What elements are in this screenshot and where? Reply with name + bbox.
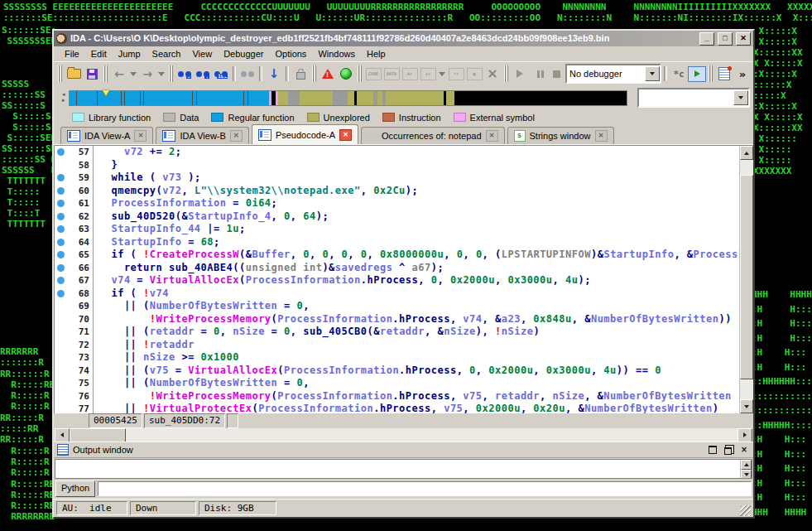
- debugger-select[interactable]: No debugger: [565, 64, 661, 84]
- make-string-button[interactable]: s+: [419, 65, 437, 82]
- tab-close-icon[interactable]: ×: [486, 130, 498, 142]
- make-array-button[interactable]: *+: [447, 65, 465, 82]
- python-selector-button[interactable]: Python: [55, 480, 95, 497]
- nav-position-marker[interactable]: [103, 90, 109, 96]
- jump-address-button[interactable]: ↓: [265, 65, 283, 82]
- menu-item-windows[interactable]: Windows: [312, 47, 361, 60]
- tab-ida-view-b[interactable]: IDA View-B×: [156, 127, 248, 144]
- scroll-down-button[interactable]: [740, 399, 753, 413]
- lock-button[interactable]: [291, 65, 310, 82]
- tab-pseudocode-a[interactable]: Pseudocode-A×: [252, 124, 358, 144]
- menu-item-search[interactable]: Search: [147, 47, 187, 60]
- search-next-button[interactable]: [238, 65, 257, 82]
- toolbar-grip[interactable]: [709, 65, 713, 82]
- output-log[interactable]: 425458: using guessed type wchar_t aSyst…: [55, 459, 752, 479]
- scroll-left-button[interactable]: [55, 428, 70, 442]
- code-line-57[interactable]: 57 v72 += 2;: [55, 146, 739, 159]
- menu-item-edit[interactable]: Edit: [85, 47, 113, 60]
- menu-item-view[interactable]: View: [186, 47, 218, 60]
- scroll-thumb[interactable]: [70, 428, 126, 442]
- code-line-58[interactable]: 58 }: [55, 159, 739, 172]
- code-line-63[interactable]: 63 StartupInfo_44 |= 1u;: [55, 223, 739, 236]
- code-line-70[interactable]: 70 !WriteProcessMemory(ProcessInformatio…: [55, 313, 739, 326]
- maximize-button[interactable]: □: [718, 32, 733, 46]
- code-line-68[interactable]: 68 if ( !v74: [55, 287, 739, 301]
- tab-close-icon[interactable]: ×: [339, 129, 352, 141]
- navigate-back-button[interactable]: ←: [110, 65, 128, 82]
- make-code-button[interactable]: CODE: [364, 65, 382, 82]
- scroll-thumb[interactable]: [740, 175, 753, 379]
- scroll-up-button[interactable]: [741, 460, 752, 470]
- menu-item-jump[interactable]: Jump: [113, 47, 147, 60]
- code-line-75[interactable]: 75 || (NumberOfBytesWritten = 0,: [55, 377, 739, 390]
- scroll-track[interactable]: [740, 379, 753, 399]
- name-filter-combo[interactable]: [637, 88, 750, 108]
- code-line-77[interactable]: 77 || !VirtualProtectEx(ProcessInformati…: [55, 403, 739, 413]
- make-name-button[interactable]: A+: [401, 65, 419, 82]
- toolbar-grip[interactable]: [58, 65, 62, 82]
- navigation-band[interactable]: [69, 90, 627, 106]
- forward-history-dropdown[interactable]: [156, 65, 166, 82]
- edit-image-button[interactable]: ▦: [465, 65, 483, 82]
- minimize-button[interactable]: _: [699, 32, 714, 46]
- code-line-59[interactable]: 59 while ( v73 );: [55, 171, 739, 185]
- problems-button[interactable]: [319, 65, 337, 82]
- tab-close-icon[interactable]: ×: [230, 130, 243, 142]
- tab-ida-view-a[interactable]: IDA View-A×: [60, 127, 153, 144]
- code-line-72[interactable]: 72 || !retaddr: [55, 339, 739, 352]
- analysis-state-button[interactable]: [337, 65, 355, 82]
- scroll-track[interactable]: [740, 160, 753, 175]
- code-line-76[interactable]: 76 !WriteProcessMemory(ProcessInformatio…: [55, 390, 739, 403]
- search-binary-button[interactable]: #: [175, 65, 194, 82]
- toolbar-grip[interactable]: [169, 65, 173, 82]
- python-console-input[interactable]: [98, 481, 752, 496]
- debugger-play-button[interactable]: [511, 65, 529, 82]
- windows-list-button[interactable]: [715, 65, 733, 82]
- debugger-select-dropdown[interactable]: [645, 66, 660, 81]
- menu-item-help[interactable]: Help: [361, 47, 392, 60]
- scroll-right-button[interactable]: [738, 428, 752, 442]
- make-data-button[interactable]: DATA: [382, 65, 401, 82]
- toolbar-overflow-button[interactable]: »: [733, 65, 752, 82]
- code-listing[interactable]: 57 v72 += 2;58 }59 while ( v73 );60 qmem…: [55, 146, 739, 413]
- horizontal-scrollbar[interactable]: [55, 428, 752, 442]
- scroll-down-button[interactable]: [741, 470, 752, 479]
- make-dropdown[interactable]: [437, 65, 447, 82]
- tab-close-icon[interactable]: ×: [134, 130, 147, 142]
- save-button[interactable]: [83, 65, 101, 82]
- search-text-button[interactable]: T: [194, 65, 212, 82]
- tab-close-icon[interactable]: ×: [595, 130, 608, 142]
- toolbar-grip[interactable]: [312, 65, 316, 82]
- output-close-button[interactable]: ×: [738, 445, 750, 456]
- code-line-62[interactable]: 62 sub_40D520(&StartupInfo_4, 0, 64);: [55, 210, 739, 224]
- toolbar-grip[interactable]: [358, 65, 362, 82]
- code-line-71[interactable]: 71 || (retaddr = 0, nSize = 0, sub_405CB…: [55, 326, 739, 339]
- search-immediate-button[interactable]: 101: [212, 65, 230, 82]
- code-line-67[interactable]: 67 v74 = VirtualAllocEx(ProcessInformati…: [55, 274, 739, 287]
- title-bar[interactable]: IDA - C:\Users\O K\Desktop\olympic_destr…: [54, 31, 753, 46]
- code-line-60[interactable]: 60 qmemcpy(v72, L"\\system32\\notepad.ex…: [55, 185, 739, 198]
- tab-occurrences-of-notepad[interactable]: Occurrences of: notepad×: [361, 127, 504, 144]
- delete-button[interactable]: ×: [483, 65, 502, 82]
- scroll-up-button[interactable]: [740, 146, 753, 160]
- toolbar-grip[interactable]: [504, 65, 508, 82]
- name-filter-dropdown[interactable]: [733, 90, 748, 105]
- code-line-74[interactable]: 74 || (v75 = VirtualAllocEx(ProcessInfor…: [55, 364, 739, 378]
- toolbar-grip[interactable]: [103, 65, 108, 82]
- close-button[interactable]: ✕: [736, 32, 751, 46]
- navband-scroll-handles[interactable]: ◂▸: [62, 92, 69, 104]
- output-scrollbar[interactable]: [740, 460, 752, 478]
- code-line-64[interactable]: 64 StartupInfo = 68;: [55, 236, 739, 249]
- code-line-69[interactable]: 69 || (NumberOfBytesWritten = 0,: [55, 300, 739, 313]
- code-line-73[interactable]: 73 || nSize >= 0x1000: [55, 351, 739, 364]
- menu-item-options[interactable]: Options: [269, 47, 312, 60]
- vertical-scrollbar[interactable]: [739, 146, 753, 413]
- navigate-forward-button[interactable]: →: [138, 65, 156, 82]
- code-line-65[interactable]: 65 if ( !CreateProcessW(&Buffer, 0, 0, 0…: [55, 249, 739, 262]
- resize-grip[interactable]: [740, 505, 751, 516]
- menu-item-file[interactable]: File: [59, 47, 85, 60]
- code-line-61[interactable]: 61 ProcessInformation = 0i64;: [55, 197, 739, 210]
- output-window-titlebar[interactable]: Output window ×: [54, 442, 753, 458]
- output-float-button[interactable]: [707, 445, 718, 456]
- run-window-button[interactable]: [688, 65, 706, 82]
